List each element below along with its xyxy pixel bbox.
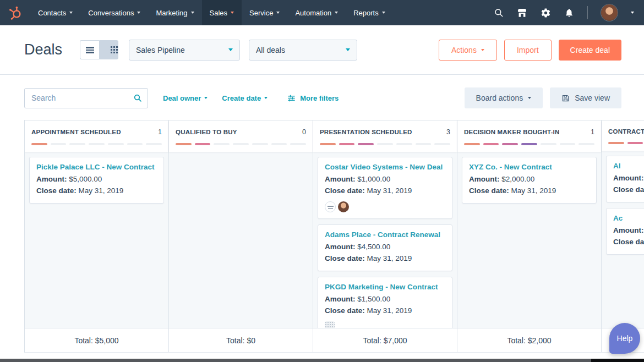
deal-title-link[interactable]: Adams Place - Contract Renewal bbox=[325, 231, 445, 239]
stage-segment bbox=[608, 142, 624, 144]
chevron-down-icon bbox=[335, 12, 338, 14]
search-icon bbox=[133, 94, 142, 102]
deal-title-link[interactable]: Ac bbox=[613, 214, 644, 222]
deal-card[interactable]: Pickle Palace LLC - New ContractAmount: … bbox=[29, 157, 164, 204]
stage-segment bbox=[396, 143, 412, 145]
stage-segment bbox=[627, 142, 643, 144]
stage-segment bbox=[176, 143, 192, 145]
deal-title-link[interactable]: Pickle Palace LLC - New Contract bbox=[36, 163, 157, 171]
nav-item-label: Service bbox=[249, 9, 273, 17]
pipeline-select-value: Sales Pipeline bbox=[136, 46, 185, 54]
nav-item-label: Contacts bbox=[38, 9, 66, 17]
nav-item-contacts[interactable]: Contacts bbox=[30, 0, 80, 25]
deal-title-link[interactable]: Al bbox=[613, 162, 644, 170]
list-view-button[interactable] bbox=[80, 40, 99, 59]
pipeline-select[interactable]: Sales Pipeline bbox=[129, 40, 240, 61]
column-title-row: QUALIFIED TO BUY0 bbox=[176, 128, 306, 136]
nav-divider bbox=[587, 6, 588, 19]
nav-item-label: Marketing bbox=[156, 9, 187, 17]
search-input[interactable] bbox=[31, 94, 133, 102]
marketplace-icon[interactable] bbox=[517, 8, 527, 18]
help-button[interactable]: Help bbox=[609, 323, 640, 354]
notifications-icon[interactable] bbox=[564, 8, 574, 18]
board-actions-button[interactable]: Board actions bbox=[465, 87, 543, 108]
create-deal-button[interactable]: Create deal bbox=[559, 40, 621, 61]
column-name: CONTRACT SENT bbox=[608, 128, 644, 135]
column-name: DECISION MAKER BOUGHT-IN bbox=[464, 129, 559, 135]
deal-card[interactable]: PKGD Marketing - New ContractAmount: $1,… bbox=[318, 277, 452, 328]
deal-title-link[interactable]: Costar Video Systems - New Deal bbox=[325, 163, 445, 171]
column-header: QUALIFIED TO BUY0 bbox=[169, 120, 313, 152]
create-date-filter-label: Create date bbox=[222, 94, 261, 102]
deal-title-link[interactable]: PKGD Marketing - New Contract bbox=[325, 283, 445, 291]
company-logo-avatar bbox=[325, 201, 336, 212]
filter-sliders-icon bbox=[287, 94, 296, 102]
deal-card[interactable]: Costar Video Systems - New DealAmount: $… bbox=[318, 157, 452, 219]
close-date-label: Close date: bbox=[325, 254, 365, 262]
nav-item-marketing[interactable]: Marketing bbox=[148, 0, 201, 25]
deal-card[interactable]: AcAmount: Close date: bbox=[606, 208, 644, 255]
stage-segment bbox=[560, 143, 576, 145]
chevron-down-icon bbox=[346, 48, 350, 51]
placeholder-avatar bbox=[325, 321, 335, 328]
pipeline-column-decision-maker-bought-in: DECISION MAKER BOUGHT-IN1XYZ Co. - New C… bbox=[457, 120, 602, 352]
contact-avatar bbox=[338, 201, 349, 212]
board-view-button[interactable] bbox=[99, 40, 118, 59]
page-title: Deals bbox=[24, 41, 62, 58]
hubspot-logo[interactable] bbox=[8, 6, 23, 20]
search-icon[interactable] bbox=[494, 8, 504, 18]
save-view-label: Save view bbox=[575, 94, 610, 102]
stage-segment bbox=[541, 143, 556, 145]
column-header: PRESENTATION SCHEDULED3 bbox=[313, 120, 457, 152]
stage-segment bbox=[434, 143, 450, 145]
stage-segment bbox=[195, 143, 211, 145]
more-filters-label: More filters bbox=[300, 94, 339, 102]
nav-item-conversations[interactable]: Conversations bbox=[80, 0, 148, 25]
deal-card[interactable]: XYZ Co. - New ContractAmount: $2,000.00C… bbox=[462, 157, 597, 204]
actions-button[interactable]: Actions bbox=[439, 40, 497, 61]
deal-amount-line: Amount: $1,500.00 bbox=[325, 294, 445, 305]
amount-label: Amount: bbox=[613, 174, 643, 182]
stage-segment bbox=[108, 143, 124, 145]
nav-item-automation[interactable]: Automation bbox=[287, 0, 346, 25]
grid-icon bbox=[111, 46, 112, 48]
column-total: Total: $0 bbox=[169, 328, 313, 352]
stage-segment bbox=[127, 143, 143, 145]
column-cards: Pickle Palace LLC - New ContractAmount: … bbox=[25, 152, 168, 328]
create-date-filter[interactable]: Create date bbox=[222, 94, 268, 102]
deal-title-link[interactable]: XYZ Co. - New Contract bbox=[469, 163, 590, 171]
column-header: CONTRACT SENT bbox=[602, 120, 644, 151]
column-cards: Costar Video Systems - New DealAmount: $… bbox=[313, 152, 457, 328]
header-actions: Actions Import Create deal bbox=[439, 40, 621, 61]
board-actions-label: Board actions bbox=[476, 94, 523, 102]
nav-item-sales[interactable]: Sales bbox=[202, 0, 242, 25]
more-filters-button[interactable]: More filters bbox=[287, 94, 339, 102]
column-name: APPOINTMENT SCHEDULED bbox=[31, 129, 121, 135]
nav-item-label: Conversations bbox=[88, 9, 134, 17]
board-tools: Board actions Save view bbox=[465, 87, 621, 108]
horizontal-scrollbar[interactable] bbox=[0, 359, 644, 362]
user-avatar[interactable] bbox=[601, 4, 618, 21]
stage-progress bbox=[608, 142, 644, 144]
actions-button-label: Actions bbox=[451, 46, 477, 54]
primary-nav: ContactsConversationsMarketingSalesServi… bbox=[30, 0, 393, 25]
chevron-down-icon bbox=[204, 97, 208, 99]
deals-view-select[interactable]: All deals bbox=[249, 40, 357, 61]
chevron-down-icon[interactable] bbox=[631, 12, 634, 14]
stage-progress bbox=[320, 143, 450, 145]
nav-item-service[interactable]: Service bbox=[242, 0, 287, 25]
chevron-down-icon bbox=[481, 49, 484, 51]
chevron-down-icon bbox=[276, 12, 280, 14]
card-avatars bbox=[325, 201, 445, 212]
save-view-button[interactable]: Save view bbox=[550, 87, 621, 108]
deal-owner-filter[interactable]: Deal owner bbox=[163, 94, 208, 102]
close-date-label: Close date: bbox=[36, 187, 77, 195]
settings-icon[interactable] bbox=[541, 8, 551, 18]
chevron-down-icon bbox=[264, 97, 268, 99]
close-date-label: Close date: bbox=[613, 238, 644, 246]
create-deal-button-label: Create deal bbox=[570, 46, 610, 54]
nav-item-reports[interactable]: Reports bbox=[346, 0, 393, 25]
deal-card[interactable]: AlAmount: Close date: bbox=[606, 156, 644, 202]
deal-card[interactable]: Adams Place - Contract RenewalAmount: $4… bbox=[318, 224, 452, 271]
import-button[interactable]: Import bbox=[504, 40, 552, 61]
